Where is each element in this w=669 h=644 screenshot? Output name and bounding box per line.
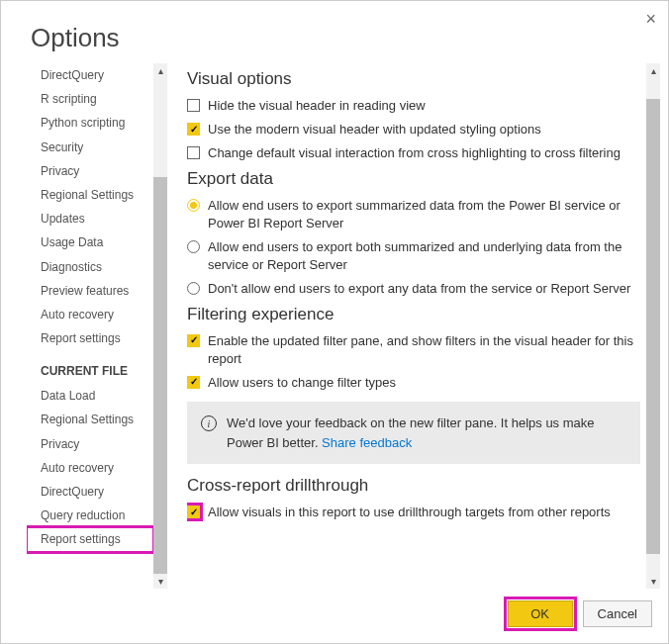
content-wrap: Visual options Hide the visual header in… [167, 63, 668, 589]
option-change-filter-types[interactable]: Allow users to change filter types [187, 374, 640, 392]
option-export-none[interactable]: Don't allow end users to export any data… [187, 280, 640, 298]
sidebar-item-directquery-file[interactable]: DirectQuery [27, 480, 153, 504]
sidebar-item-diagnostics[interactable]: Diagnostics [27, 255, 153, 279]
option-export-summarized[interactable]: Allow end users to export summarized dat… [187, 197, 640, 232]
checkbox-checked-icon[interactable] [187, 506, 200, 518]
content-pane: Visual options Hide the visual header in… [187, 63, 646, 589]
option-enable-filter-pane[interactable]: Enable the updated filter pane, and show… [187, 332, 640, 368]
sidebar-item-python-scripting[interactable]: Python scripting [27, 111, 153, 135]
chevron-up-icon[interactable]: ▴ [651, 63, 656, 78]
dialog-footer: OK Cancel [1, 589, 668, 643]
radio-icon[interactable] [187, 240, 200, 253]
checkbox-checked-icon[interactable] [187, 334, 200, 347]
sidebar-section-current-file: CURRENT FILE [27, 350, 153, 384]
radio-icon[interactable] [187, 282, 200, 295]
sidebar-item-preview-features[interactable]: Preview features [27, 279, 153, 303]
sidebar-wrap: DirectQuery R scripting Python scripting… [27, 63, 167, 589]
chevron-up-icon[interactable]: ▴ [158, 63, 163, 78]
share-feedback-link[interactable]: Share feedback [322, 435, 412, 450]
checkbox-icon[interactable] [187, 99, 200, 112]
chevron-down-icon[interactable]: ▾ [651, 574, 656, 589]
option-hide-visual-header[interactable]: Hide the visual header in reading view [187, 97, 640, 115]
option-export-both[interactable]: Allow end users to export both summarize… [187, 238, 640, 274]
sidebar: DirectQuery R scripting Python scripting… [27, 63, 153, 589]
scrollbar-thumb[interactable] [646, 99, 660, 554]
checkbox-checked-icon[interactable] [187, 376, 200, 389]
dialog-title: Options [1, 1, 668, 63]
content-scrollbar[interactable]: ▴ ▾ [646, 63, 660, 589]
checkbox-checked-icon[interactable] [187, 123, 200, 136]
option-modern-visual-header[interactable]: Use the modern visual header with update… [187, 121, 640, 138]
filtering-heading: Filtering experience [187, 305, 640, 324]
sidebar-item-r-scripting[interactable]: R scripting [27, 87, 153, 111]
close-icon[interactable]: × [645, 9, 656, 30]
option-label: Allow end users to export summarized dat… [208, 197, 640, 232]
sidebar-item-security[interactable]: Security [27, 136, 153, 159]
option-label: Change default visual interaction from c… [208, 144, 640, 162]
option-label: Use the modern visual header with update… [208, 121, 640, 138]
option-label: Enable the updated filter pane, and show… [208, 332, 640, 368]
option-cross-filtering[interactable]: Change default visual interaction from c… [187, 144, 640, 162]
sidebar-item-privacy[interactable]: Privacy [27, 159, 153, 183]
feedback-text: We'd love your feedback on the new filte… [227, 414, 626, 452]
ok-button[interactable]: OK [508, 600, 573, 627]
option-label: Allow visuals in this report to use dril… [208, 504, 640, 521]
sidebar-item-auto-recovery[interactable]: Auto recovery [27, 303, 153, 326]
sidebar-item-auto-recovery-file[interactable]: Auto recovery [27, 456, 153, 480]
sidebar-item-privacy-file[interactable]: Privacy [27, 432, 153, 456]
info-icon: i [201, 415, 217, 431]
sidebar-scrollbar[interactable]: ▴ ▾ [153, 63, 167, 589]
sidebar-item-data-load[interactable]: Data Load [27, 384, 153, 408]
visual-options-heading: Visual options [187, 69, 640, 89]
scrollbar-track[interactable] [153, 78, 167, 177]
sidebar-item-query-reduction[interactable]: Query reduction [27, 504, 153, 527]
feedback-panel: i We'd love your feedback on the new fil… [187, 402, 640, 464]
sidebar-item-regional-settings-file[interactable]: Regional Settings [27, 408, 153, 431]
option-label: Hide the visual header in reading view [208, 97, 640, 115]
sidebar-item-updates[interactable]: Updates [27, 207, 153, 230]
sidebar-item-report-settings-global[interactable]: Report settings [27, 326, 153, 350]
options-dialog: × Options DirectQuery R scripting Python… [0, 0, 669, 644]
scrollbar-thumb[interactable] [153, 177, 167, 574]
sidebar-item-directquery[interactable]: DirectQuery [27, 63, 153, 87]
radio-selected-icon[interactable] [187, 199, 200, 212]
export-data-heading: Export data [187, 169, 640, 189]
option-label: Allow users to change filter types [208, 374, 640, 392]
checkbox-icon[interactable] [187, 146, 200, 159]
option-cross-report-drillthrough[interactable]: Allow visuals in this report to use dril… [187, 504, 640, 521]
cancel-button[interactable]: Cancel [583, 600, 652, 627]
sidebar-item-report-settings-file[interactable]: Report settings [27, 527, 153, 551]
sidebar-item-usage-data[interactable]: Usage Data [27, 230, 153, 254]
dialog-body: DirectQuery R scripting Python scripting… [1, 63, 668, 589]
cross-report-heading: Cross-report drillthrough [187, 476, 640, 496]
chevron-down-icon[interactable]: ▾ [158, 574, 163, 589]
option-label: Allow end users to export both summarize… [208, 238, 640, 274]
option-label: Don't allow end users to export any data… [208, 280, 640, 298]
sidebar-item-regional-settings[interactable]: Regional Settings [27, 183, 153, 207]
